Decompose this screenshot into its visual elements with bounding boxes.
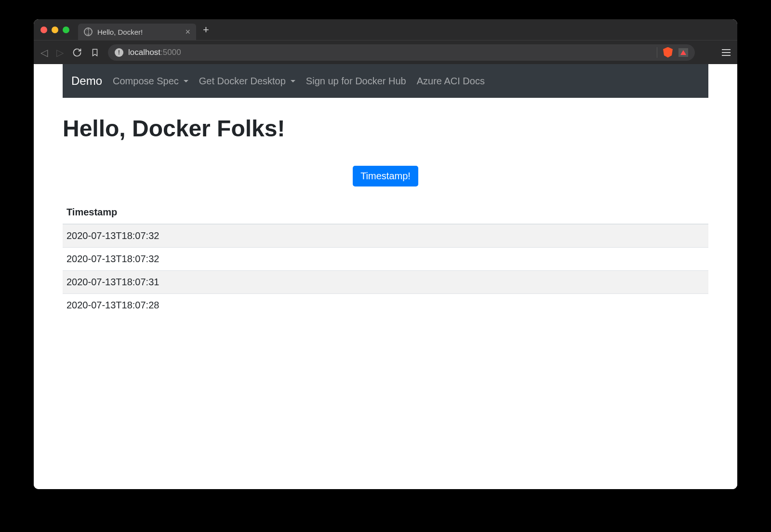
url-text: localhost:5000 — [128, 48, 181, 57]
nav-get-docker-desktop[interactable]: Get Docker Desktop — [199, 76, 295, 87]
maximize-window-button[interactable] — [63, 27, 69, 33]
timestamp-cell: 2020-07-13T18:07:28 — [63, 294, 708, 317]
url-port: :5000 — [160, 48, 181, 57]
window-controls — [40, 27, 69, 33]
nav-azure-aci-docs[interactable]: Azure ACI Docs — [417, 76, 485, 87]
nav-link-label: Sign up for Docker Hub — [306, 76, 406, 87]
timestamp-cell: 2020-07-13T18:07:32 — [63, 248, 708, 271]
browser-tab[interactable]: Hello, Docker! × — [78, 24, 196, 40]
timestamp-table: Timestamp 2020-07-13T18:07:32 2020-07-13… — [63, 201, 708, 317]
table-row: 2020-07-13T18:07:28 — [63, 294, 708, 317]
menu-button[interactable] — [722, 49, 731, 56]
tab-title: Hello, Docker! — [97, 28, 180, 36]
timestamp-button[interactable]: Timestamp! — [353, 166, 418, 186]
chevron-down-icon — [184, 80, 188, 82]
address-bar[interactable]: ! localhost:5000 — [108, 44, 695, 61]
page-viewport: Demo Compose Spec Get Docker Desktop Sig… — [34, 64, 737, 489]
forward-button[interactable]: ▷ — [56, 48, 64, 57]
brave-shield-icon[interactable] — [663, 47, 673, 58]
minimize-window-button[interactable] — [52, 27, 58, 33]
table-row: 2020-07-13T18:07:32 — [63, 248, 708, 271]
nav-link-label: Get Docker Desktop — [199, 76, 286, 87]
page-heading: Hello, Docker Folks! — [63, 115, 708, 142]
nav-link-label: Compose Spec — [113, 76, 179, 87]
reload-button[interactable] — [72, 48, 82, 57]
globe-icon — [84, 27, 93, 36]
close-tab-button[interactable]: × — [185, 27, 190, 36]
bookmark-button[interactable] — [91, 48, 99, 57]
timestamp-cell: 2020-07-13T18:07:31 — [63, 271, 708, 294]
navbar-brand[interactable]: Demo — [71, 74, 102, 88]
browser-toolbar: ◁ ▷ ! localhost:5000 — [34, 40, 737, 64]
site-info-icon[interactable]: ! — [115, 48, 123, 57]
timestamp-cell: 2020-07-13T18:07:32 — [63, 224, 708, 248]
url-host: localhost — [128, 48, 160, 57]
new-tab-button[interactable]: + — [203, 25, 209, 35]
chevron-down-icon — [291, 80, 295, 82]
table-row: 2020-07-13T18:07:32 — [63, 224, 708, 248]
browser-window: Hello, Docker! × + ◁ ▷ ! localhost:5000 — [34, 19, 737, 489]
app-navbar: Demo Compose Spec Get Docker Desktop Sig… — [63, 64, 708, 98]
toolbar-divider — [657, 47, 657, 58]
extension-icon[interactable] — [678, 48, 688, 57]
nav-link-label: Azure ACI Docs — [417, 76, 485, 87]
titlebar: Hello, Docker! × + — [34, 19, 737, 40]
close-window-button[interactable] — [40, 27, 47, 33]
nav-signup-docker-hub[interactable]: Sign up for Docker Hub — [306, 76, 406, 87]
table-row: 2020-07-13T18:07:31 — [63, 271, 708, 294]
back-button[interactable]: ◁ — [40, 48, 48, 57]
nav-compose-spec[interactable]: Compose Spec — [113, 76, 188, 87]
table-header-timestamp: Timestamp — [63, 201, 708, 224]
